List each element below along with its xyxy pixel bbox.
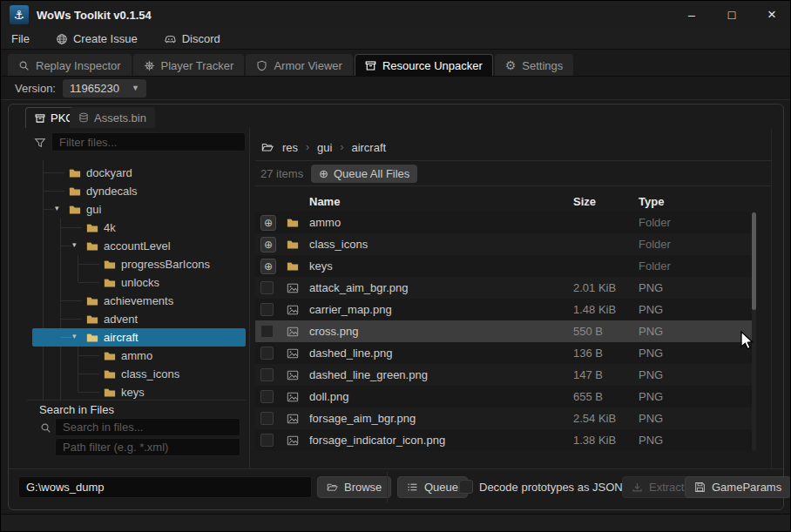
path-filter-input[interactable] [55,438,240,456]
queue-button[interactable]: Queue [397,476,468,498]
table-row[interactable]: ⊕ keysFolder [255,255,752,277]
breadcrumb-aircraft[interactable]: aircraft [351,141,386,154]
chevron-right-icon: › [306,141,309,153]
breadcrumb-res[interactable]: res [282,141,298,154]
column-size[interactable]: Size [573,195,639,208]
row-checkbox[interactable] [260,412,274,425]
decode-json-checkbox[interactable] [459,480,473,494]
database-icon [78,112,89,123]
minimize-button[interactable]: – [672,1,712,29]
decode-json-label: Decode prototypes as JSON [479,481,623,494]
folder-icon [86,332,98,344]
table-row[interactable]: attack_aim_bgr.png2.01 KiBPNG [255,277,752,299]
image-file-icon [287,282,299,294]
table-row[interactable]: ⊕ class_iconsFolder [255,233,752,255]
version-label: Version: [15,82,56,95]
folder-icon [69,185,81,198]
tree-item-keys[interactable]: keys [32,383,246,401]
tree-item-unlocks[interactable]: unlocks [32,273,246,292]
image-file-icon [287,413,299,425]
image-file-icon [287,347,299,360]
tab-resource-unpacker[interactable]: Resource Unpacker [355,54,493,76]
row-checkbox[interactable] [260,368,274,381]
shield-icon [256,60,267,71]
tree-item-dockyard[interactable]: dockyard [32,164,246,182]
archive-box-icon [365,60,376,71]
table-header: Name Size Type [255,191,752,212]
search-in-files-input[interactable] [55,418,240,436]
title-bar: ⚓ WoWs Toolkit v0.1.54 – □ × [1,1,791,29]
tree-item-aircraft[interactable]: ▾ aircraft [32,328,246,347]
main-tab-bar: Replay Inspector Player Tracker Armor Vi… [1,53,791,77]
tab-armor-viewer[interactable]: Armor Viewer [246,54,353,76]
row-checkbox[interactable] [260,347,274,360]
app-window: ⚓ WoWs Toolkit v0.1.54 – □ × File Create… [0,0,791,532]
table-row[interactable]: forsage_aim_bgr.png2.54 KiBPNG [255,407,752,429]
gear-icon: ⚙ [505,59,517,71]
table-row[interactable]: forsage_indicator_icon.png1.38 KiBPNG [255,429,752,451]
search-icon [40,422,51,434]
row-checkbox[interactable] [260,390,274,403]
menu-file[interactable]: File [11,32,30,45]
menu-create-issue[interactable]: Create Issue [56,32,138,45]
queue-plus-button[interactable]: ⊕ [260,237,276,253]
folder-icon [86,295,98,307]
table-row[interactable]: dashed_line.png136 BPNG [255,342,752,364]
chevron-down-icon: ▼ [132,84,139,92]
table-row[interactable]: doll.png655 BPNG [255,386,752,407]
archive-box-icon [35,113,45,124]
tab-replay-inspector[interactable]: Replay Inspector [8,54,132,76]
status-strip [1,514,791,532]
tab-player-tracker[interactable]: Player Tracker [133,54,245,76]
row-checkbox[interactable] [260,325,274,338]
tree-item-4k[interactable]: 4k [32,219,246,237]
filter-funnel-icon [34,137,46,149]
window-title: WoWs Toolkit v0.1.54 [37,9,152,22]
gameparams-button[interactable]: GameParams [685,476,791,498]
browse-button[interactable]: Browse [317,476,391,498]
maximize-button[interactable]: □ [712,1,752,29]
tree-item-ammo[interactable]: ammo [32,347,246,365]
expand-arrow-icon[interactable]: ▾ [72,240,77,249]
tree-item-dyndecals[interactable]: dyndecals [32,182,246,200]
column-name[interactable]: Name [309,195,573,208]
tree-item-accountlevel[interactable]: ▾ accountLevel [32,237,246,255]
image-file-icon [287,434,299,447]
table-row[interactable]: carrier_map.png1.48 KiBPNG [255,299,752,320]
items-count: 27 items [260,167,303,180]
magnifier-icon [18,60,30,71]
image-file-icon [287,304,299,316]
version-select[interactable]: 11965230 ▼ [63,79,146,98]
extract-button[interactable]: Extract [622,476,693,498]
tree-item-gui[interactable]: ▾ gui [32,200,246,219]
download-icon [632,481,643,493]
tree-item-achievements[interactable]: achievements [32,292,246,310]
dump-path-input[interactable] [18,476,312,498]
queue-plus-button[interactable]: ⊕ [260,259,276,274]
tree-item-class-icons[interactable]: class_icons [32,365,246,383]
expand-arrow-icon[interactable]: ▾ [72,332,77,340]
expand-arrow-icon[interactable]: ▾ [55,204,59,212]
queue-all-files-button[interactable]: ⊕ Queue All Files [311,165,417,183]
queue-plus-button[interactable]: ⊕ [260,215,276,231]
row-checkbox[interactable] [260,281,274,294]
table-row[interactable]: ⊕ ammoFolder [255,212,752,233]
row-checkbox[interactable] [260,434,274,447]
column-type[interactable]: Type [639,195,752,208]
filter-files-input[interactable] [51,132,246,152]
tree-item-advent[interactable]: advent [32,310,246,328]
helm-icon [144,60,155,71]
table-row-hovered[interactable]: cross.png550 BPNG [255,320,752,342]
subtab-assets-bin[interactable]: Assets.bin [70,107,155,128]
close-button[interactable]: × [752,1,791,29]
search-in-files-heading: Search in Files [39,403,114,416]
breadcrumb-gui[interactable]: gui [317,141,332,154]
row-checkbox[interactable] [260,303,274,316]
table-row[interactable]: dashed_line_green.png147 BPNG [255,364,752,386]
tab-settings[interactable]: ⚙ Settings [495,54,574,76]
menu-discord[interactable]: Discord [164,32,220,45]
app-logo-icon: ⚓ [10,5,29,24]
table-scrollbar-thumb[interactable] [752,212,756,310]
breadcrumb: res › gui › aircraft [260,137,386,158]
tree-item-progressbaricons[interactable]: progressBarIcons [32,255,246,273]
